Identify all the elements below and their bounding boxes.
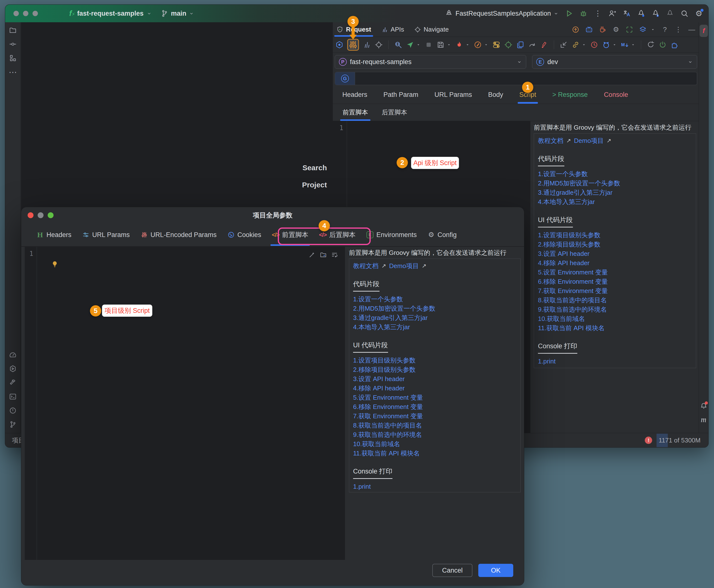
close-window-button[interactable] [14,11,19,16]
fast-request-tool-icon[interactable]: f [699,25,708,37]
method-badge[interactable]: G [335,72,355,85]
add-user-icon[interactable] [608,9,616,18]
environment-dropdown[interactable]: E dev [532,55,697,69]
help-snippet-link[interactable]: 8.获取当前选中的项目名 [538,295,692,305]
intention-lightbulb-icon[interactable] [51,260,59,268]
tab-apis[interactable]: APIs [381,22,404,37]
terminal-icon[interactable] [9,393,17,401]
github-icon[interactable] [602,41,610,49]
help-snippet-link[interactable]: 10.获取当前域名 [353,439,516,448]
help-snippet-link[interactable]: 1.设置一个头参数 [538,169,692,178]
help-snippet-link[interactable]: 3.设置 API header [538,249,692,258]
kebab-icon[interactable]: ⋮ [674,26,682,34]
minimize-window-button[interactable] [23,11,28,16]
swagger-icon[interactable] [455,41,463,49]
markdown-icon[interactable]: M [621,41,629,49]
dropdown-arrow-icon[interactable] [650,27,655,32]
structure-icon[interactable] [9,54,17,62]
debug-button[interactable] [579,9,588,18]
copy-icon[interactable] [516,41,524,49]
help-snippet-link[interactable]: 1.print [538,357,692,366]
proxy-icon[interactable] [335,41,344,49]
minimize-icon[interactable]: — [688,26,696,34]
dropdown-arrow-icon[interactable] [612,42,617,47]
help-snippet-link[interactable]: 3.设置 API header [353,374,516,383]
help-link[interactable]: Demo项目 [389,261,419,271]
help-snippet-link[interactable]: 1.print [353,482,516,491]
tab-script[interactable]: Script1 [511,86,544,104]
global-params-icon[interactable]: 3 [347,39,359,50]
tab--response[interactable]: > Response [544,86,596,104]
help-link[interactable]: Demo项目 [574,136,604,145]
dropdown-arrow-icon[interactable] [447,42,451,47]
layers-icon[interactable] [639,26,647,34]
vcs-branch-widget[interactable]: main [160,9,194,18]
gear-icon[interactable]: ⚙ [612,26,620,34]
scan-icon[interactable] [626,26,633,34]
curl-icon[interactable] [474,41,482,49]
apis-bars-icon[interactable] [363,41,371,49]
help-snippet-link[interactable]: 11.获取当前 API 模块名 [353,448,516,458]
cancel-button[interactable]: Cancel [432,564,472,577]
save-icon[interactable] [436,41,445,49]
tab-headers[interactable]: Headers [334,86,375,104]
tab-console[interactable]: Console [596,86,636,104]
power-icon[interactable] [658,41,667,49]
dropdown-arrow-icon[interactable] [465,42,470,47]
help-snippet-link[interactable]: 2.用MD5加密设置一个头参数 [538,178,692,188]
dialog-tab-headers[interactable]: HHeaders [37,223,71,246]
upgrade-icon[interactable] [572,26,580,34]
refresh-icon[interactable] [647,41,655,49]
tab-url-params[interactable]: URL Params [427,86,480,104]
dialog-tab-url-params[interactable]: URL Params [82,223,130,246]
help-snippet-link[interactable]: 4.移除 API header [353,383,516,393]
help-snippet-link[interactable]: 2.用MD5加密设置一个头参数 [353,304,516,313]
help-snippet-link[interactable]: 6.移除 Environment 变量 [353,402,516,412]
help-snippet-link[interactable]: 5.设置 Environment 变量 [538,268,692,277]
help-snippet-link[interactable]: 1.设置一个头参数 [353,294,516,304]
history-icon[interactable] [590,41,598,49]
target-icon[interactable] [375,41,383,49]
help-snippet-link[interactable]: 2.info [538,366,692,368]
subtab-后置脚本[interactable]: 后置脚本 [382,104,407,121]
help-snippet-link[interactable]: 2.移除项目级别头参数 [538,240,692,249]
dialog-tab-environments[interactable]: EEnvironments [366,223,417,246]
help-snippet-link[interactable]: 1.设置项目级别头参数 [353,356,516,365]
help-snippet-link[interactable]: 7.获取 Environment 变量 [538,286,692,295]
subtab-前置脚本[interactable]: 前置脚本 [343,104,368,121]
help-snippet-link[interactable]: 1.设置项目级别头参数 [538,230,692,240]
version-control-icon[interactable] [9,420,17,428]
url-input[interactable]: G [335,72,697,85]
help-link[interactable]: 教程文档 [538,136,563,145]
help-snippet-link[interactable]: 4.本地导入第三方jar [353,322,516,332]
search-everywhere-icon[interactable] [680,9,689,18]
dialog-tab-cookies[interactable]: Cookies [228,223,261,246]
project-folder-icon[interactable] [9,26,17,34]
zoom-window-button[interactable] [33,11,38,16]
commit-icon[interactable] [9,40,17,48]
redo-icon[interactable] [528,41,537,49]
rocket-settings-icon[interactable] [651,9,660,18]
tab-path-param[interactable]: Path Param [375,86,427,104]
project-selector[interactable]: fast-request-samples [77,10,144,17]
run-button[interactable] [565,9,573,18]
help-snippet-link[interactable]: 4.本地导入第三方jar [538,197,692,206]
plugin-icon[interactable] [670,41,679,49]
coffee-icon[interactable] [599,26,606,34]
help-snippet-link[interactable]: 7.获取 Environment 变量 [353,412,516,421]
error-indicator[interactable]: ! [645,437,652,444]
help-snippet-link[interactable]: 6.移除 Environment 变量 [538,277,692,286]
ok-button[interactable]: OK [478,564,513,577]
services-icon[interactable] [9,365,17,373]
project-dropdown[interactable]: P fast-request-samples [335,55,526,69]
chevron-down-icon[interactable] [147,11,152,16]
dialog-zoom-button[interactable] [48,212,53,218]
dialog-script-editor[interactable]: 1 5 项目级别 Script [25,247,345,560]
help-snippet-link[interactable]: 9.获取当前选中的环境名 [538,305,692,314]
help-snippet-link[interactable]: 8.获取当前选中的项目名 [353,421,516,430]
help-snippet-link[interactable]: 9.获取当前选中的环境名 [353,430,516,439]
problems-icon[interactable] [9,406,17,415]
help-link[interactable]: 教程文档 [353,261,378,271]
clean-icon[interactable] [540,41,548,49]
snippets-folder-icon[interactable] [320,251,327,258]
